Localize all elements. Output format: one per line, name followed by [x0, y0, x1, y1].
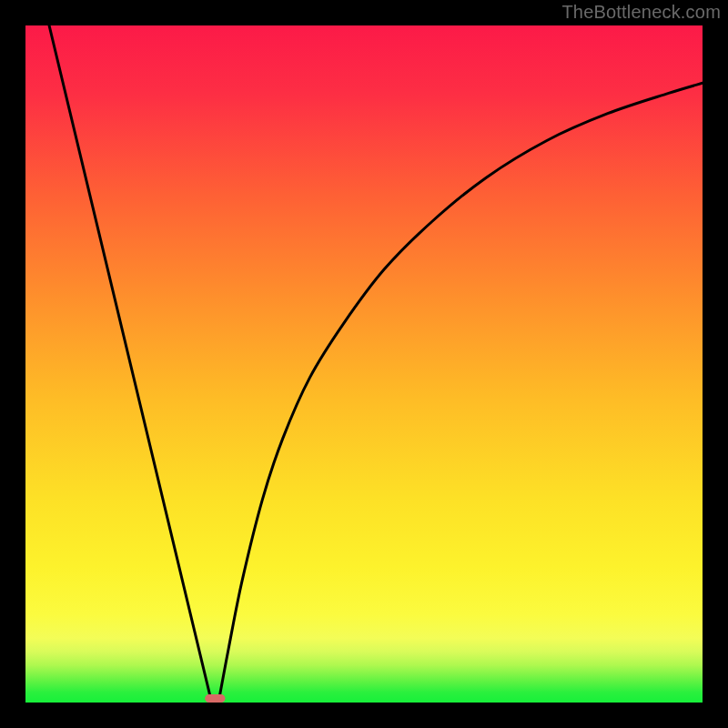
plot-svg [25, 25, 703, 703]
watermark-text: TheBottleneck.com [561, 2, 721, 23]
svg-rect-0 [25, 25, 703, 703]
svg-rect-1 [205, 694, 225, 703]
plot-area [25, 25, 703, 703]
chart-frame: TheBottleneck.com [0, 0, 728, 728]
